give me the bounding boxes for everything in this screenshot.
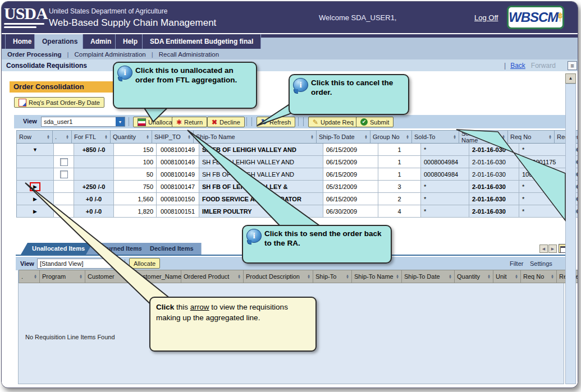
cell-value: 1 [397,146,401,153]
column-header-sold-to[interactable]: Sold-To [412,130,459,144]
row-checkbox[interactable] [60,158,68,166]
cell-value: SH FB OF LEHIGH VALLEY AND [202,171,294,178]
back-link[interactable]: Back [510,62,525,70]
settings-link[interactable]: Settings [530,260,552,267]
column-header-for-ftl[interactable]: For FTL [72,130,111,144]
pager-left-button[interactable]: ◀ [539,245,548,253]
cell-value: 2-01-16-030 [472,171,506,178]
pager-right-button[interactable]: ▶ [548,245,557,253]
column-header-req-no[interactable]: Req No [521,270,557,283]
callout-text-bold: Click [156,303,174,311]
column-header-sold-to-name[interactable]: Sold-To Name [459,130,508,144]
vertical-scrollbar[interactable] [565,84,576,384]
column-header-ordered-product[interactable]: Ordered Product [181,270,244,283]
scroll-up-button[interactable]: ▲ [565,73,576,84]
sort-icon[interactable] [396,274,399,279]
reqs-past-order-by-date-button[interactable]: Req's Past Order-By Date [14,97,104,108]
column-header-customer-name[interactable]: Customer_Name [132,270,181,283]
sort-icon[interactable] [449,274,452,279]
tab-unallocated-items[interactable]: Unallocated Items [21,243,93,255]
column-header-product-description[interactable]: Product Description [244,270,313,283]
column-header-ship-to-date[interactable]: Ship-To Date [317,130,370,144]
return-button[interactable]: ✱ Return [172,117,207,127]
column-header-row[interactable]: Row [16,130,53,144]
sort-icon[interactable] [487,274,491,279]
column-header-label: Ship-To Date [319,133,355,140]
update-req-label: Update Req [321,119,354,126]
toolbar-separator [125,259,125,268]
column-header-req-no[interactable]: Req No [508,130,555,144]
sort-icon[interactable] [406,135,409,139]
cell-value: 1 [397,171,401,178]
sort-icon[interactable] [187,135,191,139]
nav-tab-admin[interactable]: Admin [83,34,119,49]
subnav-recall-administration[interactable]: Recall Administration [153,51,225,58]
allocate-button[interactable]: Allocate [129,258,160,269]
table-cell [54,144,74,156]
column-header-ship-to-name[interactable]: Ship-To Name [194,130,317,144]
refresh-button[interactable]: ↻ Refresh [257,117,295,127]
nav-tab-operations[interactable]: Operations [34,34,85,49]
column-header--[interactable]: . [19,270,40,283]
table-cell: 06/15/2009 [323,168,378,181]
sort-icon[interactable] [146,135,149,139]
nav-tab-sda-entitlement[interactable]: SDA Entitlement Budgeting final [142,34,261,49]
sort-icon[interactable] [307,274,310,279]
sort-icon[interactable] [502,135,505,139]
cell-value: * [522,208,524,215]
cell-value: * [424,146,426,153]
column-header-ship-to[interactable]: Ship-To [313,270,352,283]
dropdown-arrow-icon[interactable]: ▼ [116,117,125,126]
column-header-ship-to[interactable]: SHIP_TO [152,130,194,144]
sort-icon[interactable] [66,135,69,139]
cell-value: 06/30/2009 [326,208,357,215]
column-header-program[interactable]: Program [40,270,85,283]
update-req-button[interactable]: ✎ Update Req [308,117,358,127]
table-cell: * [519,181,567,193]
column-header-group-no[interactable]: Group No [370,130,412,144]
submit-button[interactable]: ✔ Submit [356,117,394,127]
sort-icon[interactable] [47,135,50,139]
column-header-quantity[interactable]: Quantity [111,130,152,144]
tab-declined-items[interactable]: Declined Items [139,243,202,255]
expand-right-arrow[interactable]: ▶ [33,184,37,190]
subnav-order-processing[interactable]: Order Processing [2,51,67,58]
expand-right-arrow[interactable]: ▶ [33,196,37,202]
view-dropdown[interactable]: sda_user1 ▼ [41,117,125,127]
column-header-ship-to-date[interactable]: Ship-To Date [402,270,455,283]
column-header-label: Quantity [113,133,136,140]
row-checkbox[interactable] [60,170,68,178]
sort-icon[interactable] [237,274,241,279]
column-header-unit[interactable]: Unit [493,270,521,283]
dropdown-arrow-icon[interactable]: ▼ [111,259,120,268]
cell-value: 2 [397,196,401,202]
expand-right-arrow[interactable]: ▶ [33,209,37,214]
sort-icon[interactable] [34,274,37,279]
column-header--[interactable]: . [53,130,72,144]
table-cell [74,168,114,181]
sort-icon[interactable] [548,135,552,139]
subnav-complaint-administration[interactable]: Complaint Administration [69,51,152,58]
page-options-menu-icon[interactable]: ≡ [568,61,577,70]
sort-icon[interactable] [515,274,518,279]
sort-icon[interactable] [346,274,349,279]
sort-icon[interactable] [453,135,456,139]
sort-icon[interactable] [104,135,108,139]
sort-icon[interactable] [310,135,314,139]
column-header-customer[interactable]: Customer [85,270,132,283]
log-off-link[interactable]: Log Off [474,13,498,22]
column-header-quantity[interactable]: Quantity [455,270,493,283]
sort-icon[interactable] [79,274,83,279]
collapse-down-arrow[interactable]: ▼ [33,147,38,153]
table-cell: 0008100150 [157,193,199,205]
sort-icon[interactable] [364,135,368,139]
sort-icon[interactable] [126,274,130,279]
sort-icon[interactable] [551,274,554,279]
filter-link[interactable]: Filter [510,260,523,267]
column-header-ship-to-name[interactable]: Ship-To Name [352,270,402,283]
decline-button[interactable]: ✖ Decline [207,117,245,127]
column-header-label: Product Description [246,273,300,280]
cell-value: * [522,146,524,153]
standard-view-dropdown[interactable]: [Standard View] ▼ [37,259,120,269]
nav-tab-help[interactable]: Help [115,34,145,49]
